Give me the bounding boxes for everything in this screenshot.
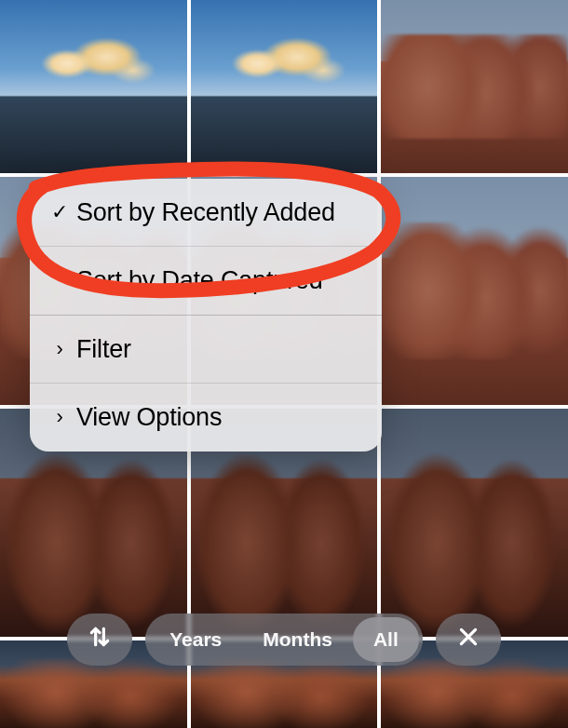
photo-thumbnail[interactable] bbox=[0, 0, 187, 173]
segment-months[interactable]: Months bbox=[242, 617, 353, 662]
menu-item-label: View Options bbox=[76, 402, 361, 432]
segment-label: Years bbox=[169, 628, 222, 651]
bottom-toolbar: Years Months All bbox=[0, 611, 568, 668]
checkmark-icon: ✓ bbox=[43, 200, 76, 224]
menu-item-view-options[interactable]: › View Options bbox=[30, 383, 382, 451]
menu-item-label: Sort by Recently Added bbox=[76, 197, 361, 227]
menu-item-filter[interactable]: › Filter bbox=[30, 315, 382, 383]
chevron-right-icon: › bbox=[43, 337, 76, 361]
menu-item-sort-date-captured[interactable]: Sort by Date Captured bbox=[30, 246, 382, 314]
time-granularity-segmented-control: Years Months All bbox=[145, 613, 423, 666]
menu-item-label: Sort by Date Captured bbox=[76, 265, 361, 295]
menu-item-sort-recently-added[interactable]: ✓ Sort by Recently Added bbox=[30, 179, 382, 246]
close-icon bbox=[456, 625, 480, 654]
menu-item-label: Filter bbox=[76, 334, 361, 364]
sort-arrows-icon bbox=[88, 625, 112, 654]
photo-thumbnail[interactable] bbox=[381, 0, 568, 173]
sort-button[interactable] bbox=[67, 613, 132, 666]
segment-label: Months bbox=[263, 628, 332, 651]
close-button[interactable] bbox=[436, 613, 501, 666]
segment-all[interactable]: All bbox=[353, 617, 419, 662]
photo-thumbnail[interactable] bbox=[381, 409, 568, 637]
chevron-right-icon: › bbox=[43, 405, 76, 429]
photo-thumbnail[interactable] bbox=[191, 0, 378, 173]
segment-label: All bbox=[373, 628, 399, 651]
photo-thumbnail[interactable] bbox=[381, 177, 568, 405]
segment-years[interactable]: Years bbox=[149, 617, 242, 662]
sort-filter-menu: ✓ Sort by Recently Added Sort by Date Ca… bbox=[30, 179, 382, 452]
